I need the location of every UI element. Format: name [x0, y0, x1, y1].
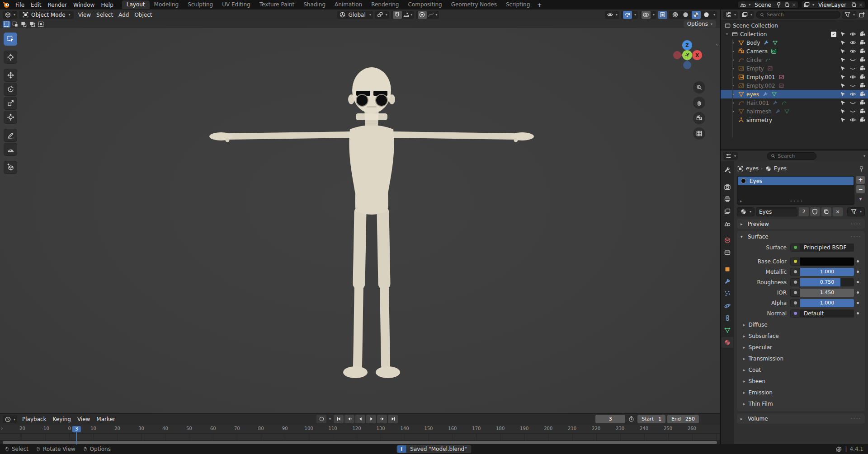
- tab-shading[interactable]: Shading: [299, 0, 330, 9]
- remove-slot-button[interactable]: −: [856, 185, 865, 193]
- ptr-icon[interactable]: [840, 74, 846, 80]
- pin-icon[interactable]: [858, 165, 865, 172]
- outliner-search-input[interactable]: [767, 12, 837, 18]
- volume-panel-header[interactable]: ▸Volume∙∙∙∙: [737, 413, 865, 424]
- property-value-ior[interactable]: 1.450: [800, 289, 854, 297]
- cam-restrict-icon[interactable]: [859, 99, 866, 106]
- transform-orientation[interactable]: Global ▾: [337, 11, 373, 19]
- overlays-toggle[interactable]: [642, 11, 651, 19]
- viewlayer-selector[interactable]: ▾ ViewLayer ×: [801, 1, 865, 9]
- tool-annotate-button[interactable]: [4, 129, 17, 142]
- auto-key-button[interactable]: [316, 415, 326, 423]
- new-viewlayer-icon[interactable]: [850, 1, 857, 8]
- property-value-roughness[interactable]: 0.750: [800, 278, 854, 286]
- material-users-count[interactable]: 2: [799, 207, 809, 216]
- editor-type-button[interactable]: ▾: [3, 11, 17, 19]
- ptr-icon[interactable]: [840, 108, 846, 115]
- properties-tab-scene[interactable]: [722, 218, 733, 229]
- unlink-material-button[interactable]: ×: [833, 207, 843, 216]
- tool-select-button[interactable]: [4, 33, 17, 46]
- collection-checkbox[interactable]: ✓: [831, 32, 836, 37]
- add-slot-button[interactable]: +: [856, 176, 865, 184]
- socket[interactable]: [790, 268, 800, 276]
- ortho-toggle-button[interactable]: [693, 127, 705, 140]
- tool-transform-button[interactable]: [4, 111, 17, 124]
- breadcrumb-object[interactable]: eyes: [746, 165, 759, 172]
- properties-tab-modifiers[interactable]: [722, 276, 733, 287]
- tool-rotate-button[interactable]: [4, 83, 17, 96]
- decorator[interactable]: [854, 312, 861, 314]
- mode-selector[interactable]: Object Mode ▾: [19, 11, 74, 19]
- outliner-filter[interactable]: ▾: [842, 11, 857, 19]
- play-button[interactable]: [366, 415, 376, 423]
- tab-scripting[interactable]: Scripting: [501, 0, 534, 9]
- outliner-row-collection[interactable]: ▾ Collection ✓: [721, 30, 868, 38]
- gizmo-x-axis[interactable]: X: [692, 50, 702, 60]
- outliner-row-empty[interactable]: ▸Empty: [721, 64, 868, 73]
- timeline-ruler[interactable]: 3 -20-1001020304050607080901001101201301…: [0, 425, 720, 434]
- ptr-icon[interactable]: [840, 82, 846, 89]
- subpanel-emission[interactable]: ▸Emission: [737, 387, 865, 398]
- outliner-row-scene-collection[interactable]: Scene Collection: [721, 21, 868, 30]
- material-link-dropdown[interactable]: ▾: [847, 207, 865, 216]
- tool-addcube-button[interactable]: [4, 161, 17, 174]
- outliner-row-simmetry[interactable]: simmetry: [721, 116, 868, 124]
- end-frame-field[interactable]: End250: [667, 415, 699, 423]
- pin-icon[interactable]: [775, 1, 782, 8]
- socket[interactable]: [790, 289, 800, 297]
- property-value-surface[interactable]: Principled BSDF: [800, 243, 854, 252]
- pan-button[interactable]: [693, 97, 705, 109]
- material-slot-list[interactable]: Eyes ▸∙∙∙∙: [737, 176, 854, 205]
- select-mode-invert[interactable]: [28, 21, 36, 28]
- select-mode-subtract[interactable]: [20, 21, 28, 28]
- tool-scale-button[interactable]: [4, 97, 17, 110]
- ptr-icon[interactable]: [840, 39, 846, 46]
- socket[interactable]: [790, 278, 800, 286]
- tab-sculpting[interactable]: Sculpting: [183, 0, 217, 9]
- use-preview-range-button[interactable]: [627, 415, 636, 423]
- properties-search[interactable]: [767, 152, 816, 160]
- timeline-editor-type[interactable]: ▾: [3, 415, 17, 423]
- shading-material-button[interactable]: [692, 11, 701, 19]
- menu-help[interactable]: Help: [98, 1, 116, 9]
- socket[interactable]: [790, 299, 800, 307]
- properties-search-input[interactable]: [778, 153, 813, 159]
- eye-closed-icon[interactable]: [849, 56, 856, 63]
- material-name-field[interactable]: Eyes: [756, 207, 797, 216]
- properties-tab-world[interactable]: [722, 235, 733, 246]
- new-scene-icon[interactable]: [783, 1, 790, 8]
- zoom-button[interactable]: [693, 81, 705, 94]
- ptr-icon[interactable]: [840, 48, 846, 55]
- menu-render[interactable]: Render: [44, 1, 70, 9]
- properties-tab-render[interactable]: [722, 182, 733, 192]
- timeline-menu-view[interactable]: View: [74, 415, 93, 423]
- preview-panel-header[interactable]: ▸Preview∙∙∙∙: [737, 219, 865, 229]
- outliner-display-mode[interactable]: ▾: [740, 11, 754, 19]
- jump-to-start-button[interactable]: [334, 415, 344, 423]
- blender-logo-icon[interactable]: [3, 1, 10, 9]
- new-collection-icon[interactable]: [859, 11, 865, 18]
- eye-closed-icon[interactable]: [849, 108, 856, 115]
- snap-toggle[interactable]: [393, 11, 402, 19]
- expand-icon[interactable]: ▸: [731, 49, 736, 53]
- outliner-row-eyes[interactable]: ▸eyes: [721, 90, 868, 98]
- eye-open-icon[interactable]: [849, 39, 856, 46]
- tool-measure-button[interactable]: [4, 143, 17, 156]
- viewport-menu-select[interactable]: Select: [94, 11, 116, 19]
- socket[interactable]: [790, 257, 800, 266]
- falloff-selector[interactable]: ▾: [428, 11, 437, 19]
- subpanel-sheen[interactable]: ▸Sheen: [737, 375, 865, 387]
- decorator[interactable]: [854, 260, 861, 262]
- tab-animation[interactable]: Animation: [330, 0, 367, 9]
- subpanel-transmission[interactable]: ▸Transmission: [737, 353, 865, 364]
- shading-solid-button[interactable]: [681, 11, 690, 19]
- ptr-icon[interactable]: [840, 65, 846, 72]
- decorator[interactable]: [854, 291, 861, 294]
- cam-restrict-icon[interactable]: [859, 74, 866, 80]
- tool-cursor-button[interactable]: [4, 51, 17, 64]
- gizmo-z-axis[interactable]: Z: [682, 40, 692, 50]
- eye-open-icon[interactable]: [849, 117, 856, 123]
- timeline-track[interactable]: [0, 434, 720, 440]
- subpanel-coat[interactable]: ▸Coat: [737, 364, 865, 375]
- proportional-toggle[interactable]: [418, 11, 427, 19]
